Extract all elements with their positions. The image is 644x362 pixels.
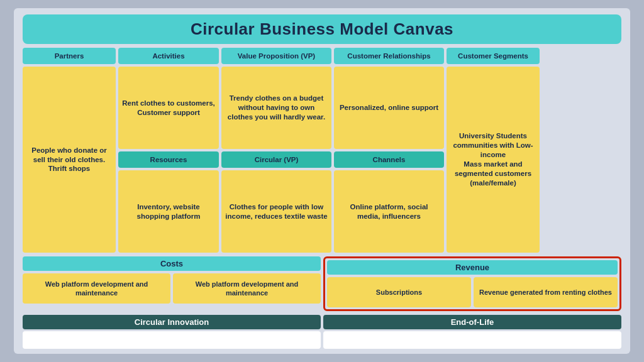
col-vp: Value Proposition (VP) Trendy clothes on… — [221, 48, 331, 253]
costs-item-2: Web platform development and maintenance — [173, 273, 321, 304]
costs-revenue-section: Costs Web platform development and maint… — [23, 256, 621, 311]
cr-content: Personalized, online support — [334, 67, 444, 149]
vp-content: Trendy clothes on a budget without havin… — [221, 67, 331, 149]
revenue-item-1: Subscriptions — [327, 277, 471, 307]
col-cr: Customer Relationships Personalized, onl… — [334, 48, 444, 253]
revenue-cards: Subscriptions Revenue generated from ren… — [327, 277, 618, 307]
partners-content: People who donate or sell their old clot… — [23, 67, 116, 253]
main-area: Partners People who donate or sell their… — [23, 48, 621, 253]
activities-content: Rent clothes to customers, Customer supp… — [118, 67, 219, 149]
channels-content: Online platform, social media, influence… — [334, 170, 444, 253]
slide-title: Circular Business Model Canvas — [23, 14, 621, 44]
costs-header: Costs — [23, 256, 321, 271]
cs-header: Customer Segments — [447, 48, 540, 64]
circular-innovation-header: Circular Innovation — [23, 315, 321, 329]
activities-header: Activities — [118, 48, 219, 64]
vp-header: Value Proposition (VP) — [221, 48, 331, 64]
resources-content: Inventory, website shopping platform — [118, 170, 219, 253]
partners-header: Partners — [23, 48, 116, 64]
costs-cards: Web platform development and maintenance… — [23, 273, 321, 304]
resources-header: Resources — [118, 151, 219, 168]
revenue-header: Revenue — [327, 260, 618, 275]
cs-content: University Students communities with Low… — [447, 67, 540, 253]
col-cs: Customer Segments University Students co… — [447, 48, 540, 253]
col-partners: Partners People who donate or sell their… — [23, 48, 116, 253]
end-of-life-content — [323, 331, 621, 349]
revenue-block: Revenue Subscriptions Revenue generated … — [327, 260, 618, 307]
costs-block: Costs Web platform development and maint… — [23, 256, 321, 311]
footer-section: Circular Innovation End-of-Life — [23, 315, 621, 349]
revenue-item-2: Revenue generated from renting clothes — [474, 277, 618, 307]
footer-left: Circular Innovation — [23, 315, 321, 349]
end-of-life-header: End-of-Life — [323, 315, 621, 329]
footer-right: End-of-Life — [323, 315, 621, 349]
slide: Circular Business Model Canvas Partners … — [14, 8, 630, 354]
circular-vp-header: Circular (VP) — [221, 151, 331, 168]
revenue-wrapper: Revenue Subscriptions Revenue generated … — [323, 256, 621, 311]
cr-header: Customer Relationships — [334, 48, 444, 64]
channels-header: Channels — [334, 151, 444, 168]
circular-vp-content: Clothes for people with low income, redu… — [221, 170, 331, 253]
circular-innovation-content — [23, 331, 321, 349]
col-activities: Activities Rent clothes to customers, Cu… — [118, 48, 219, 253]
costs-item-1: Web platform development and maintenance — [23, 273, 170, 304]
